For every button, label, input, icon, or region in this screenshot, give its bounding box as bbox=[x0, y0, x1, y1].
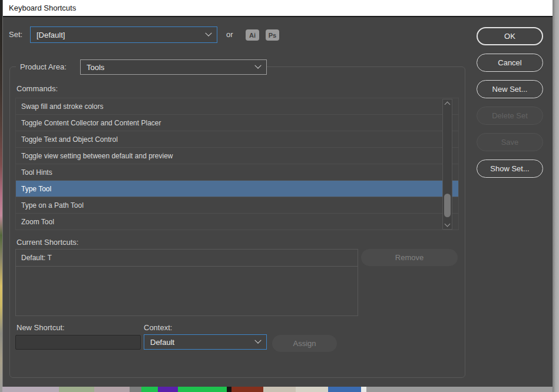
command-row[interactable]: Swap fill and stroke colors bbox=[16, 98, 458, 115]
new-set-button[interactable]: New Set... bbox=[477, 80, 543, 98]
product-area-label: Product Area: bbox=[20, 59, 67, 74]
command-row[interactable]: Toggle Content Collector and Content Pla… bbox=[16, 115, 458, 131]
backdrop-segment bbox=[158, 387, 178, 392]
or-label: or bbox=[226, 26, 233, 43]
command-row[interactable]: Toggle view setting between default and … bbox=[16, 148, 458, 164]
backdrop-segment bbox=[59, 387, 94, 392]
dialog-title: Keyboard Shortcuts bbox=[9, 0, 76, 16]
commands-list: Swap fill and stroke colorsToggle Conten… bbox=[15, 98, 459, 230]
chevron-down-icon bbox=[254, 62, 261, 69]
underlying-app-bottom-strip bbox=[2, 387, 553, 392]
backdrop-segment bbox=[141, 387, 227, 392]
photoshop-set-button[interactable]: Ps bbox=[266, 29, 279, 41]
backdrop-segment bbox=[296, 387, 328, 392]
assign-button: Assign bbox=[272, 335, 337, 352]
set-dropdown-value: [Default] bbox=[37, 31, 65, 39]
context-dropdown[interactable]: Default bbox=[144, 334, 267, 350]
ok-button[interactable]: OK bbox=[477, 27, 543, 45]
command-row[interactable]: Tool Hints bbox=[16, 164, 458, 181]
underlying-app-right-strip bbox=[553, 0, 559, 392]
dialog-titlebar[interactable]: Keyboard Shortcuts bbox=[3, 0, 553, 17]
command-row[interactable]: Zoom Tool bbox=[16, 214, 458, 230]
show-set-button[interactable]: Show Set... bbox=[477, 160, 543, 178]
backdrop-segment bbox=[328, 387, 361, 392]
scroll-down-icon[interactable] bbox=[445, 221, 451, 227]
current-shortcuts-label: Current Shortcuts: bbox=[16, 238, 79, 247]
command-row[interactable]: Type on a Path Tool bbox=[16, 197, 458, 214]
set-label: Set: bbox=[9, 26, 22, 43]
backdrop-segment bbox=[94, 387, 130, 392]
cancel-button[interactable]: Cancel bbox=[477, 54, 543, 72]
keyboard-shortcuts-dialog: Keyboard Shortcuts Set: [Default] or Ai … bbox=[2, 0, 553, 387]
command-row[interactable]: Toggle Text and Object Control bbox=[16, 131, 458, 148]
current-shortcuts-list: Default: T bbox=[15, 249, 358, 316]
chevron-down-icon bbox=[254, 337, 261, 344]
backdrop-segment bbox=[263, 387, 296, 392]
commands-label: Commands: bbox=[16, 84, 58, 93]
screen: Keyboard Shortcuts Set: [Default] or Ai … bbox=[0, 0, 559, 392]
illustrator-icon: Ai bbox=[249, 32, 256, 39]
remove-button: Remove bbox=[361, 249, 458, 266]
illustrator-set-button[interactable]: Ai bbox=[246, 29, 259, 41]
commands-scrollbar[interactable] bbox=[442, 99, 452, 230]
new-shortcut-input[interactable] bbox=[15, 335, 141, 350]
context-label: Context: bbox=[144, 323, 172, 332]
product-area-dropdown-value: Tools bbox=[87, 63, 104, 72]
backdrop-segment bbox=[231, 387, 263, 392]
chevron-down-icon bbox=[205, 30, 211, 36]
save-button: Save bbox=[477, 133, 543, 151]
current-shortcut-row[interactable]: Default: T bbox=[16, 250, 358, 267]
delete-set-button: Delete Set bbox=[477, 107, 543, 125]
context-dropdown-value: Default bbox=[150, 338, 174, 347]
backdrop-segment bbox=[2, 387, 59, 392]
backdrop-segment bbox=[130, 387, 141, 392]
set-dropdown[interactable]: [Default] bbox=[30, 26, 217, 43]
scroll-up-icon[interactable] bbox=[445, 102, 451, 108]
commands-rows: Swap fill and stroke colorsToggle Conten… bbox=[16, 98, 458, 230]
backdrop-segment bbox=[227, 387, 231, 392]
command-row[interactable]: Type Tool bbox=[16, 181, 458, 197]
photoshop-icon: Ps bbox=[269, 32, 276, 39]
new-shortcut-label: New Shortcut: bbox=[16, 323, 65, 332]
backdrop-segment bbox=[366, 387, 553, 392]
scrollbar-thumb[interactable] bbox=[444, 194, 451, 217]
product-area-dropdown[interactable]: Tools bbox=[80, 59, 267, 75]
backdrop-segment bbox=[361, 387, 366, 392]
